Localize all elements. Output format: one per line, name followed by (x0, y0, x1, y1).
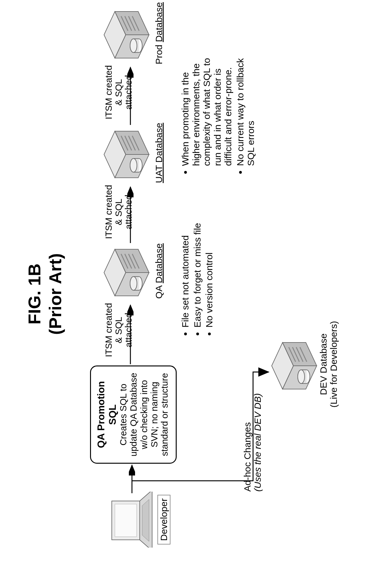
qa-db-label: QA Database (154, 240, 164, 302)
qa-db-prefix: QA (154, 283, 164, 299)
bullet-left-0: File set not automated (180, 203, 191, 328)
prod-db-word: Database (154, 2, 164, 42)
developer-label: Developer (157, 495, 170, 545)
figure-number: FIG. 1B (25, 0, 44, 588)
arrow-to-prod-db (127, 64, 134, 125)
uat-db-label: UAT Database (154, 120, 164, 186)
developer-node: Developer (109, 492, 170, 548)
bullets-left: File set not automated Easy to forget or… (180, 203, 216, 336)
arrow-to-uat-db (127, 184, 134, 243)
bullet-left-2: No version control (204, 203, 215, 328)
uat-db-prefix: UAT (154, 163, 164, 183)
bullets-right: When promoting in the higher environment… (180, 44, 258, 175)
bullet-right-1: No current way to rollback SQL errors (235, 44, 256, 166)
prod-db-prefix: Prod (154, 42, 164, 64)
adhoc-line2: (Uses the real DEV DB) (252, 393, 263, 492)
uat-db-icon (102, 125, 152, 184)
itsm-line1-uat: ITSM created (104, 185, 114, 239)
qa-db-icon (102, 243, 152, 302)
bullet-left-1: Easy to forget or miss file (192, 203, 203, 328)
itsm-line1-prod: ITSM created (104, 65, 114, 119)
dev-db-line1: DEV Database (318, 333, 328, 395)
qa-box-title: QA Promotion SQL (95, 370, 118, 460)
qa-db-word: Database (154, 243, 164, 283)
bullet-right-0: When promoting in the higher environment… (180, 44, 234, 166)
uat-db-word: Database (154, 123, 164, 163)
elbow-dev-to-devdb (129, 363, 293, 493)
prod-db-icon (102, 5, 152, 64)
adhoc-line1: Ad-hoc Changes (242, 422, 252, 492)
arrow-to-qa-db (127, 302, 134, 364)
dev-db-line2: (Live for Developers) (328, 321, 339, 407)
figure-subtitle: (Prior Art) (45, 0, 65, 588)
dev-db-icon (270, 336, 320, 395)
laptop-icon (109, 492, 154, 548)
dev-db-label: DEV Database (Live for Developers) (318, 315, 339, 414)
prod-db-label: Prod Database (154, 1, 164, 66)
itsm-line1: ITSM created (104, 303, 114, 357)
adhoc-text: Ad-hoc Changes (Uses the real DEV DB) (242, 393, 263, 492)
